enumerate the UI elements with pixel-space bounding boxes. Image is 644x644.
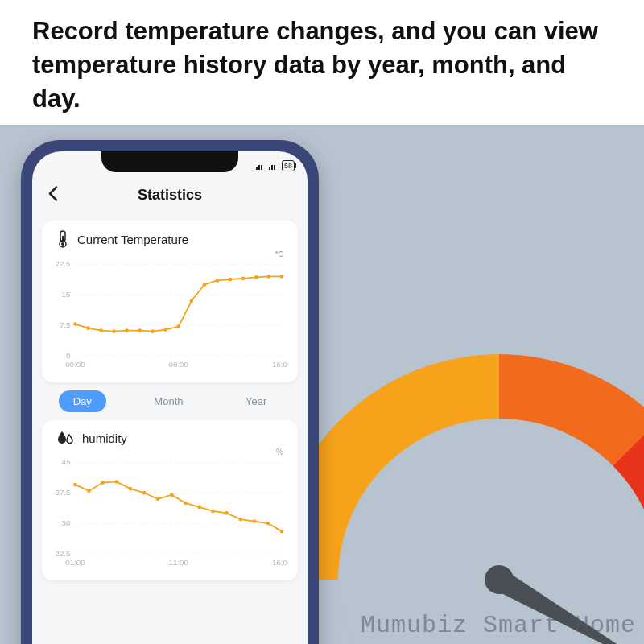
svg-text:0: 0 [66,351,71,360]
svg-point-20 [73,322,77,326]
svg-point-34 [254,275,258,279]
phone-notch [101,151,238,172]
svg-point-56 [184,501,188,505]
svg-point-32 [229,278,233,282]
promo-headline: Record temperature changes, and you can … [0,0,644,135]
svg-point-58 [211,510,215,514]
svg-point-33 [242,277,246,281]
svg-point-57 [197,505,201,509]
time-range-tabs: Day Month Year [42,390,298,412]
phone-screen: 58 Statistics Current Temperature ℃ 07.5… [32,151,308,644]
svg-point-29 [190,299,194,303]
thermometer-icon [56,230,69,248]
svg-text:45: 45 [62,457,71,466]
humidity-unit: % [52,448,288,456]
svg-point-22 [99,328,103,332]
svg-point-7 [61,242,64,246]
svg-point-23 [112,329,116,333]
svg-text:16:00: 16:00 [272,558,288,567]
back-button[interactable] [43,183,63,208]
svg-point-35 [267,275,271,279]
svg-text:7.5: 7.5 [60,320,71,329]
svg-point-61 [253,519,257,523]
battery-indicator: 58 [282,160,295,171]
tab-day[interactable]: Day [59,390,106,412]
svg-point-60 [238,518,242,522]
svg-point-30 [203,283,207,287]
tab-month[interactable]: Month [139,390,197,412]
temperature-chart: 07.51522.500:0008:0016:00 [52,258,288,371]
svg-text:11:00: 11:00 [169,558,189,567]
svg-text:08:00: 08:00 [169,360,189,369]
svg-text:22.5: 22.5 [55,549,71,558]
svg-point-21 [86,326,90,330]
tab-year[interactable]: Year [231,390,281,412]
svg-point-63 [280,530,284,534]
nav-bar: Statistics [32,177,308,213]
humidity-card-title: humidity [82,431,127,445]
svg-text:37.5: 37.5 [55,488,71,497]
temperature-card-title: Current Temperature [77,233,188,246]
chevron-left-icon [47,186,59,202]
phone-frame: 58 Statistics Current Temperature ℃ 07.5… [21,140,319,644]
svg-text:16:00: 16:00 [272,360,288,369]
signal-icon [269,162,279,170]
page-title: Statistics [138,187,202,204]
svg-text:22.5: 22.5 [55,259,71,268]
watermark: Mumubiz Smart Home [361,612,636,639]
humidity-icon [56,430,74,446]
svg-text:15: 15 [62,290,71,299]
svg-point-28 [176,324,180,328]
svg-point-62 [266,522,270,526]
svg-point-36 [280,275,284,279]
svg-point-54 [156,497,160,501]
svg-point-55 [170,493,174,497]
svg-point-48 [73,483,77,487]
svg-point-49 [87,489,91,493]
svg-point-25 [138,328,142,332]
svg-point-31 [216,279,220,283]
humidity-card: humidity % 22.53037.54501:0011:0016:00 [42,420,298,580]
svg-point-27 [163,328,167,332]
svg-point-52 [129,487,133,491]
svg-point-51 [114,480,118,484]
svg-point-59 [225,511,229,515]
svg-text:00:00: 00:00 [65,360,85,369]
svg-text:30: 30 [62,518,71,527]
temperature-unit: ℃ [52,250,288,258]
humidity-chart: 22.53037.54501:0011:0016:00 [52,456,288,569]
svg-point-24 [125,328,129,332]
temperature-card: Current Temperature ℃ 07.51522.500:0008:… [42,221,298,382]
svg-point-50 [101,481,105,485]
svg-point-26 [151,329,155,333]
svg-point-53 [142,491,147,495]
svg-text:01:00: 01:00 [65,558,85,567]
signal-icon [256,162,266,170]
